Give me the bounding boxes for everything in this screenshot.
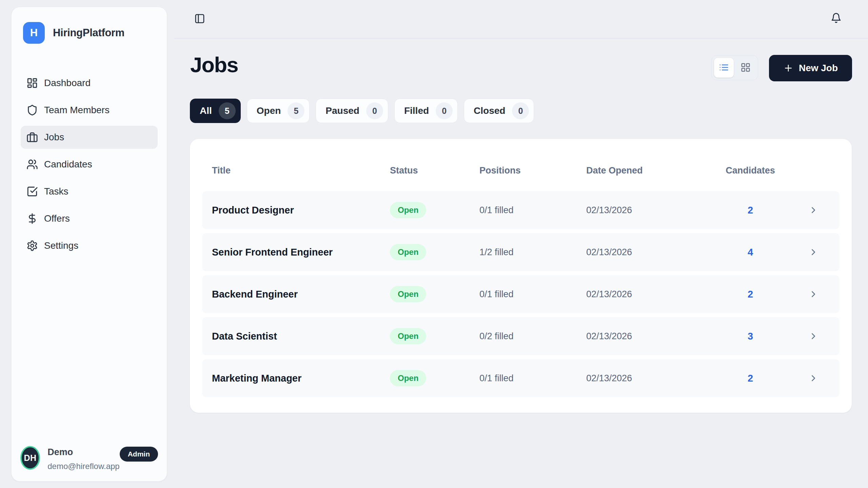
column-header-date-opened: Date Opened (586, 165, 722, 176)
job-title: Data Scientist (212, 331, 390, 342)
status-filter-tabs: All 5 Open 5 Paused 0 Filled 0 Closed 0 (190, 99, 534, 123)
user-profile[interactable]: DH Demo demo@hireflow.app Admin (20, 446, 158, 471)
job-title: Senior Frontend Engineer (212, 247, 390, 258)
sidebar-item-label: Settings (44, 240, 78, 251)
table-header-row: TitleStatusPositionsDate OpenedCandidate… (202, 165, 840, 176)
sidebar-item-label: Tasks (44, 186, 68, 197)
sidebar: H HiringPlatform Dashboard Team Members … (11, 7, 167, 482)
user-info: Demo demo@hireflow.app (47, 446, 119, 471)
filter-label: Filled (404, 105, 429, 116)
positions-cell: 1/2 filled (479, 247, 586, 258)
filter-count-badge: 0 (512, 102, 529, 119)
plus-icon (783, 63, 793, 73)
notifications-button[interactable] (831, 13, 842, 23)
filter-tab-all[interactable]: All 5 (190, 99, 241, 123)
candidates-count[interactable]: 2 (722, 205, 779, 216)
sidebar-item-offers[interactable]: Offers (21, 207, 158, 230)
role-badge: Admin (120, 447, 158, 462)
filter-count-badge: 0 (436, 102, 453, 119)
column-header-candidates: Candidates (722, 165, 779, 176)
filter-label: Closed (474, 105, 505, 116)
job-title: Backend Engineer (212, 289, 390, 300)
date-opened-cell: 02/13/2026 (586, 247, 722, 258)
layout-dashboard-icon (26, 77, 38, 89)
sidebar-nav: Dashboard Team Members Jobs Candidates T… (21, 72, 158, 261)
sidebar-item-candidates[interactable]: Candidates (21, 153, 158, 176)
sidebar-item-label: Jobs (44, 132, 64, 143)
sidebar-item-label: Team Members (44, 105, 110, 116)
page-title: Jobs (190, 54, 238, 76)
filter-tab-open[interactable]: Open 5 (247, 99, 310, 123)
bell-icon (831, 13, 842, 23)
filter-tab-filled[interactable]: Filled 0 (394, 99, 458, 123)
list-view-icon (719, 62, 729, 74)
sidebar-item-settings[interactable]: Settings (21, 234, 158, 257)
sidebar-toggle-button[interactable] (194, 13, 205, 24)
table-row[interactable]: Senior Frontend Engineer Open 1/2 filled… (202, 233, 840, 271)
candidates-count[interactable]: 2 (722, 289, 779, 300)
status-badge: Open (390, 328, 426, 344)
table-row[interactable]: Product Designer Open 0/1 filled 02/13/2… (202, 191, 840, 229)
new-job-label: New Job (799, 63, 838, 74)
app-name: HiringPlatform (53, 27, 124, 39)
shield-icon (26, 104, 38, 116)
table-row[interactable]: Data Scientist Open 0/2 filled 02/13/202… (202, 317, 840, 355)
avatar: DH (20, 446, 40, 470)
column-header-status: Status (390, 165, 479, 176)
sidebar-item-team-members[interactable]: Team Members (21, 99, 158, 122)
date-opened-cell: 02/13/2026 (586, 205, 722, 216)
filter-count-badge: 0 (366, 102, 383, 119)
candidates-count[interactable]: 3 (722, 331, 779, 342)
chevron-right-icon[interactable] (808, 331, 840, 341)
filter-count-badge: 5 (288, 102, 304, 119)
status-badge: Open (390, 202, 426, 218)
column-header-title: Title (212, 165, 390, 176)
filter-label: All (200, 105, 212, 116)
table-body: Product Designer Open 0/1 filled 02/13/2… (202, 191, 840, 397)
sidebar-item-label: Offers (44, 213, 70, 224)
gear-icon (26, 240, 38, 251)
topbar-divider (174, 38, 868, 39)
sidebar-item-jobs[interactable]: Jobs (21, 126, 158, 149)
panel-left-icon (194, 13, 205, 24)
app-logo-icon: H (23, 22, 45, 44)
filter-tab-closed[interactable]: Closed 0 (464, 99, 534, 123)
column-header-positions: Positions (479, 165, 586, 176)
filter-count-badge: 5 (219, 102, 236, 119)
candidates-count[interactable]: 4 (722, 247, 779, 258)
positions-cell: 0/1 filled (479, 289, 586, 300)
briefcase-icon (26, 131, 38, 143)
user-name: Demo (47, 447, 119, 458)
table-row[interactable]: Backend Engineer Open 0/1 filled 02/13/2… (202, 275, 840, 313)
status-badge: Open (390, 370, 426, 386)
sidebar-item-dashboard[interactable]: Dashboard (21, 72, 158, 95)
list-view-button[interactable] (714, 58, 734, 78)
sidebar-item-label: Candidates (44, 159, 92, 170)
filter-tab-paused[interactable]: Paused 0 (316, 99, 388, 123)
positions-cell: 0/2 filled (479, 331, 586, 342)
date-opened-cell: 02/13/2026 (586, 331, 722, 342)
candidates-count[interactable]: 2 (722, 373, 779, 384)
sidebar-item-tasks[interactable]: Tasks (21, 180, 158, 203)
square-check-icon (26, 186, 38, 197)
status-badge: Open (390, 244, 426, 260)
new-job-button[interactable]: New Job (769, 55, 852, 81)
users-icon (26, 159, 38, 170)
status-badge: Open (390, 286, 426, 302)
table-row[interactable]: Marketing Manager Open 0/1 filled 02/13/… (202, 359, 840, 397)
chevron-right-icon[interactable] (808, 373, 840, 383)
filter-label: Open (257, 105, 281, 116)
grid-view-icon (741, 62, 751, 74)
chevron-right-icon[interactable] (808, 205, 840, 215)
app-window: H HiringPlatform Dashboard Team Members … (0, 0, 868, 488)
chevron-right-icon[interactable] (808, 247, 840, 257)
chevron-right-icon[interactable] (808, 289, 840, 299)
view-mode-toggle (711, 55, 758, 80)
date-opened-cell: 02/13/2026 (586, 289, 722, 300)
sidebar-item-label: Dashboard (44, 78, 91, 88)
positions-cell: 0/1 filled (479, 205, 586, 216)
grid-view-button[interactable] (736, 58, 755, 78)
app-logo: H HiringPlatform (23, 22, 124, 44)
dollar-icon (26, 213, 38, 224)
job-title: Product Designer (212, 205, 390, 216)
